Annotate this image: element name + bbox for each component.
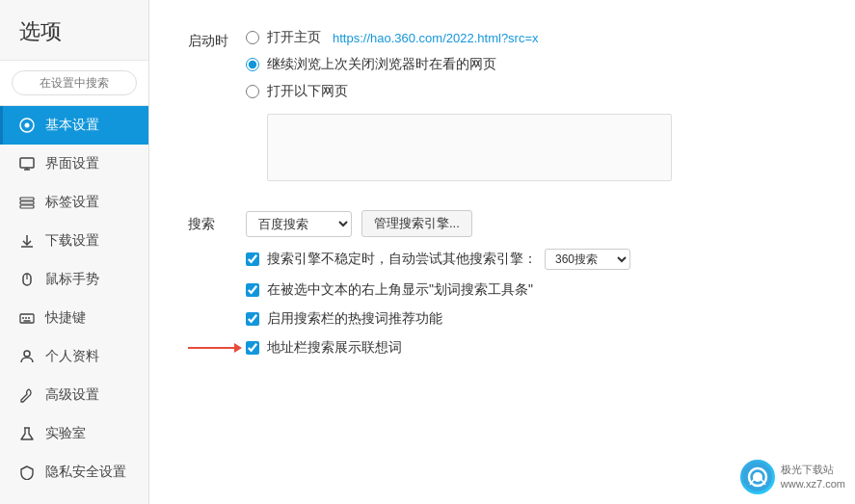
watermark-line1: 极光下载站 (781, 463, 845, 477)
startup-label: 启动时 (188, 29, 246, 50)
checkbox-selection-label: 在被选中文本的右上角显示"划词搜索工具条" (267, 281, 533, 299)
search-input[interactable] (12, 70, 137, 95)
sidebar-item-lab[interactable]: 实验室 (0, 414, 148, 453)
search-bar-container: 🔍 (0, 61, 148, 106)
sidebar-item-label-download: 下载设置 (45, 232, 99, 250)
lab-icon (18, 425, 36, 442)
startup-section: 启动时 打开主页 https://hao.360.com/2022.html?s… (188, 29, 816, 181)
wrench-icon (18, 386, 36, 404)
homepage-url[interactable]: https://hao.360.com/2022.html?src=x (333, 31, 539, 45)
svg-rect-6 (20, 201, 34, 204)
user-icon (18, 348, 36, 365)
radio-row-continue: 继续浏览上次关闭浏览器时在看的网页 (246, 56, 816, 73)
mouse-icon (18, 271, 36, 288)
checkbox-fallback-label: 搜索引擎不稳定时，自动尝试其他搜索引擎： (267, 251, 537, 268)
search-engine-select[interactable]: 百度搜索 (246, 211, 352, 237)
sidebar-item-shortcut[interactable]: 快捷键 (0, 299, 148, 337)
svg-rect-7 (20, 205, 34, 208)
custom-pages-textarea[interactable] (267, 114, 672, 181)
checkbox-row-suggest: 地址栏搜索展示联想词 (246, 339, 816, 357)
search-engine-row: 百度搜索 管理搜索引擎... (246, 210, 816, 237)
watermark-line2: www.xz7.com (781, 477, 845, 491)
svg-point-1 (25, 123, 30, 128)
svg-rect-2 (20, 158, 34, 168)
sidebar-item-label-mouse: 鼠标手势 (45, 271, 99, 288)
search-label: 搜索 (188, 210, 246, 233)
checkbox-suggest[interactable] (246, 341, 259, 355)
sidebar-item-label-shortcut: 快捷键 (45, 309, 86, 327)
sidebar-item-advanced[interactable]: 高级设置 (0, 376, 148, 414)
keyboard-icon (18, 309, 36, 327)
startup-options: 打开主页 https://hao.360.com/2022.html?src=x… (246, 29, 816, 181)
svg-rect-5 (20, 198, 34, 200)
radio-row-custom: 打开以下网页 (246, 83, 816, 100)
checkbox-suggest-label: 地址栏搜索展示联想词 (267, 339, 402, 357)
download-icon (18, 232, 36, 250)
sidebar-item-profile[interactable]: 个人资料 (0, 337, 148, 376)
radio-continue-label: 继续浏览上次关闭浏览器时在看的网页 (267, 56, 496, 73)
sidebar-item-tabs[interactable]: 标签设置 (0, 183, 148, 222)
sidebar-title: 选项 (0, 0, 148, 61)
sidebar-item-mouse[interactable]: 鼠标手势 (0, 260, 148, 299)
search-section: 搜索 百度搜索 管理搜索引擎... 搜索引擎不稳定时，自动尝试其他搜索引擎： 3… (188, 210, 816, 357)
arrow-indicator (188, 343, 242, 353)
settings-icon (18, 117, 36, 134)
sidebar-item-label-privacy: 隐私安全设置 (45, 464, 126, 481)
main-content: 启动时 打开主页 https://hao.360.com/2022.html?s… (149, 0, 855, 504)
sidebar-item-label-profile: 个人资料 (45, 348, 99, 365)
radio-homepage-label: 打开主页 (267, 29, 321, 46)
svg-point-17 (24, 351, 30, 357)
sidebar-item-download[interactable]: 下载设置 (0, 222, 148, 260)
radio-continue[interactable] (246, 58, 259, 71)
radio-custom[interactable] (246, 85, 259, 98)
watermark-logo (740, 460, 775, 494)
sidebar-item-label-lab: 实验室 (45, 425, 86, 442)
radio-row-homepage: 打开主页 https://hao.360.com/2022.html?src=x (246, 29, 816, 46)
checkbox-row-hotword: 启用搜索栏的热搜词推荐功能 (246, 310, 816, 328)
sidebar-item-ui[interactable]: 界面设置 (0, 145, 148, 183)
manage-search-engines-button[interactable]: 管理搜索引擎... (361, 210, 472, 237)
shield-icon (18, 464, 36, 481)
checkbox-selection[interactable] (246, 283, 259, 297)
sidebar-item-label-tabs: 标签设置 (45, 194, 99, 211)
radio-homepage[interactable] (246, 31, 259, 44)
sidebar-item-label-basic: 基本设置 (45, 117, 99, 134)
fallback-engine-select[interactable]: 360搜索 (545, 249, 630, 270)
checkbox-hotword-label: 启用搜索栏的热搜词推荐功能 (267, 310, 442, 328)
sidebar-item-label-advanced: 高级设置 (45, 386, 99, 404)
nav-list: 基本设置界面设置标签设置下载设置鼠标手势快捷键个人资料高级设置实验室隐私安全设置 (0, 106, 148, 491)
search-content: 百度搜索 管理搜索引擎... 搜索引擎不稳定时，自动尝试其他搜索引擎： 360搜… (246, 210, 816, 357)
svg-point-21 (753, 472, 762, 482)
checkbox-row-fallback: 搜索引擎不稳定时，自动尝试其他搜索引擎： 360搜索 (246, 249, 816, 270)
monitor-icon (18, 155, 36, 172)
watermark-text: 极光下载站 www.xz7.com (781, 463, 845, 492)
checkbox-hotword[interactable] (246, 312, 259, 326)
sidebar-item-basic[interactable]: 基本设置 (0, 106, 148, 145)
startup-row: 启动时 打开主页 https://hao.360.com/2022.html?s… (188, 29, 816, 181)
arrow-line (188, 347, 234, 349)
sidebar-item-label-ui: 界面设置 (45, 155, 99, 172)
checkbox-fallback[interactable] (246, 252, 259, 266)
tag-icon (18, 194, 36, 211)
sidebar-item-privacy[interactable]: 隐私安全设置 (0, 453, 148, 491)
radio-custom-label: 打开以下网页 (267, 83, 348, 100)
arrow-head (234, 343, 242, 353)
checkbox-row-selection: 在被选中文本的右上角显示"划词搜索工具条" (246, 281, 816, 299)
watermark: 极光下载站 www.xz7.com (740, 460, 845, 494)
sidebar: 选项 🔍 基本设置界面设置标签设置下载设置鼠标手势快捷键个人资料高级设置实验室隐… (0, 0, 149, 504)
